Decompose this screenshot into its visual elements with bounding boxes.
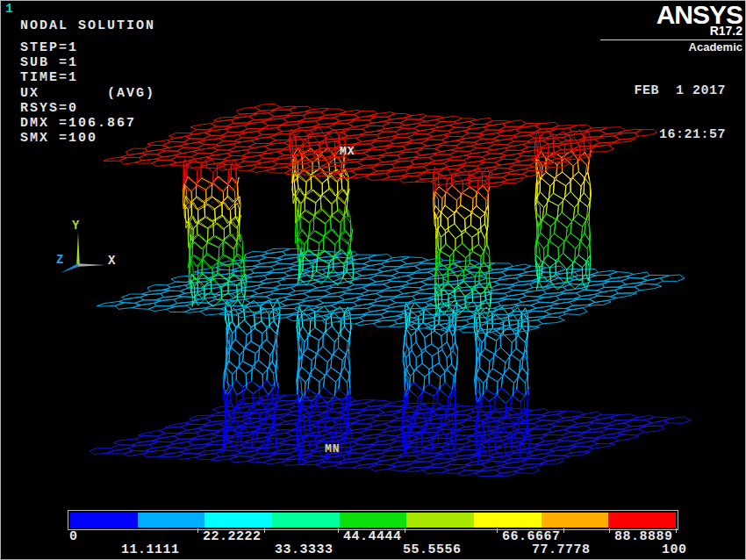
bottom-graphene-sheet-hex xyxy=(494,471,518,477)
solution-info-line: STEP=1 xyxy=(20,40,155,55)
bottom-graphene-sheet-hex xyxy=(354,415,380,420)
bottom-graphene-sheet-hex xyxy=(310,401,334,406)
date-label: FEB 1 2017 xyxy=(634,84,726,99)
top-graphene-sheet-hex xyxy=(248,143,272,147)
datetime-block: FEB 1 2017 16:21:57 xyxy=(634,55,726,171)
middle-graphene-sheet-hex xyxy=(505,264,531,269)
lower-nanotube-hex xyxy=(256,421,270,447)
upper-nanotube-hex xyxy=(219,242,234,267)
middle-graphene-sheet-hex xyxy=(251,267,275,273)
bottom-graphene-sheet-hex xyxy=(189,415,214,420)
lower-nanotube-hex xyxy=(501,368,518,397)
middle-graphene-sheet-hex xyxy=(642,276,669,281)
lower-nanotube-hex xyxy=(236,427,253,455)
middle-graphene-sheet-hex xyxy=(542,312,565,318)
middle-graphene-sheet-hex xyxy=(363,261,391,266)
middle-graphene-sheet-hex xyxy=(537,317,564,323)
middle-graphene-sheet-hex xyxy=(135,300,162,305)
top-graphene-sheet-hex xyxy=(436,116,462,122)
lower-nanotube-hex xyxy=(406,350,417,377)
upper-nanotube-hex xyxy=(578,233,590,262)
bottom-graphene-sheet-hex xyxy=(458,444,485,450)
legend-tick xyxy=(497,528,498,533)
middle-graphene-sheet-hex xyxy=(253,262,280,267)
legend-tick xyxy=(264,528,265,533)
middle-graphene-sheet-hex xyxy=(122,294,148,299)
bottom-graphene-sheet-hex xyxy=(174,433,200,439)
top-graphene-sheet-hex xyxy=(226,123,252,127)
top-graphene-sheet-hex xyxy=(213,118,239,122)
lower-nanotube-hex xyxy=(318,333,335,362)
lower-nanotube-hex xyxy=(243,406,260,434)
legend-color-segment xyxy=(70,513,138,528)
middle-graphene-sheet-hex xyxy=(589,275,612,281)
legend-colorbar xyxy=(68,510,678,530)
middle-graphene-sheet-hex xyxy=(291,261,318,266)
upper-nanotube-hex xyxy=(555,212,572,241)
ansys-graphics-window: 1 NODAL SOLUTION STEP=1SUB =1TIME=1UX (A… xyxy=(0,0,746,560)
bottom-graphene-sheet-hex xyxy=(496,423,520,428)
middle-graphene-sheet-hex xyxy=(251,291,274,297)
bottom-graphene-sheet-hex xyxy=(646,417,671,423)
legend-tick xyxy=(676,528,677,533)
legend-color-segment xyxy=(542,513,609,528)
bottom-graphene-sheet-hex xyxy=(113,439,140,445)
bottom-graphene-sheet-hex xyxy=(390,462,417,467)
lower-nanotube-hex xyxy=(331,348,346,374)
solution-info-line: RSYS=0 xyxy=(20,101,155,116)
legend-color-segment xyxy=(272,513,340,528)
middle-graphene-sheet-hex xyxy=(331,303,357,309)
middle-graphene-sheet-hex xyxy=(610,293,636,298)
middle-graphene-sheet-hex xyxy=(237,285,261,291)
triad-axis-x-arrow xyxy=(78,263,105,267)
lower-nanotube-hex xyxy=(479,348,494,375)
upper-nanotube-hex xyxy=(208,223,225,247)
top-graphene-sheet-hex xyxy=(369,112,395,118)
middle-graphene-sheet-hex xyxy=(513,327,540,333)
top-graphene-sheet-hex xyxy=(141,149,165,154)
middle-graphene-sheet-hex xyxy=(264,248,291,254)
legend-color-segment xyxy=(608,513,676,528)
bottom-graphene-sheet-hex xyxy=(362,450,390,456)
bottom-graphene-sheet-hex xyxy=(398,451,425,456)
middle-graphene-sheet-hex xyxy=(374,320,397,327)
middle-graphene-sheet-hex xyxy=(588,300,612,305)
bottom-graphene-sheet-hex xyxy=(158,434,182,439)
legend-tick xyxy=(405,528,405,533)
lower-nanotube-hex xyxy=(315,347,332,376)
top-graphene-sheet-hex xyxy=(234,138,260,142)
upper-nanotube-hex xyxy=(206,183,224,210)
top-graphene-sheet-hex xyxy=(521,147,544,153)
solution-info-line: DMX =106.867 xyxy=(20,116,155,131)
upper-nanotube-hex xyxy=(570,213,586,241)
middle-graphene-sheet-hex xyxy=(543,287,567,293)
upper-nanotube-hex xyxy=(540,172,554,200)
lower-nanotube-hex xyxy=(517,368,528,396)
top-graphene-sheet-hex xyxy=(501,178,523,183)
legend-color-segment xyxy=(406,513,474,528)
lower-nanotube-hex xyxy=(416,351,433,377)
middle-graphene-sheet-hex xyxy=(583,281,610,286)
upper-nanotube-hex xyxy=(305,190,321,215)
top-graphene-sheet-hex xyxy=(357,159,383,166)
top-graphene-sheet-hex xyxy=(256,158,280,162)
middle-graphene-sheet-hex xyxy=(597,287,624,292)
bottom-graphene-sheet-hex xyxy=(383,427,406,432)
middle-graphene-sheet-hex xyxy=(342,314,367,319)
lower-nanotube-hex xyxy=(481,335,497,361)
triad-axis-y-arrow xyxy=(76,232,80,265)
legend-tick xyxy=(338,528,339,533)
upper-nanotube-hex xyxy=(238,177,240,205)
upper-nanotube-hex xyxy=(563,233,581,262)
bottom-graphene-sheet-hex xyxy=(259,395,287,400)
middle-graphene-sheet-hex xyxy=(375,297,398,302)
solution-info-block: STEP=1SUB =1TIME=1UX (AVG)RSYS=0DMX =106… xyxy=(20,40,155,146)
bottom-graphene-sheet-hex xyxy=(263,459,291,464)
top-graphene-sheet-hex xyxy=(155,155,177,160)
upper-nanotube-hex xyxy=(536,191,548,220)
middle-graphene-sheet-hex xyxy=(391,273,416,278)
middle-graphene-sheet-hex xyxy=(377,267,403,272)
bottom-graphene-sheet-hex xyxy=(610,414,638,420)
min-node-label: MN xyxy=(325,442,341,456)
top-graphene-sheet-hex xyxy=(221,133,247,137)
